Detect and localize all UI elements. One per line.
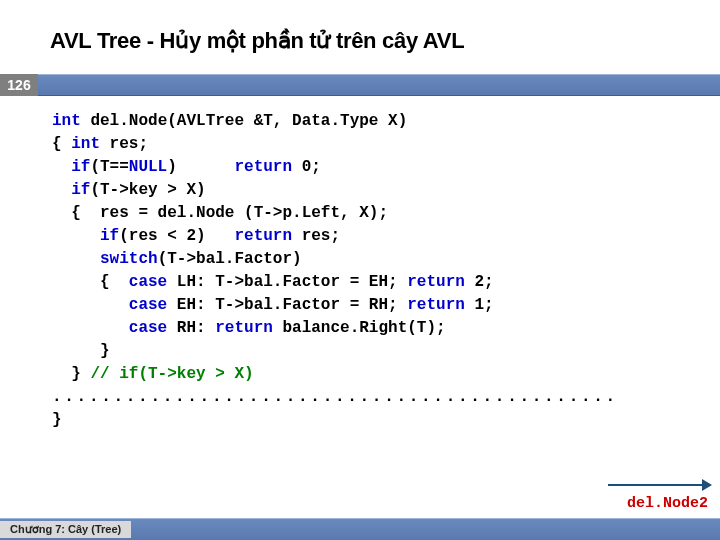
- code-text: EH: T->bal.Factor = RH;: [167, 296, 407, 314]
- code-text: res;: [100, 135, 148, 153]
- code-text: (T==: [90, 158, 128, 176]
- arrow-right-icon: [702, 479, 712, 491]
- code-text: ): [167, 158, 234, 176]
- kw-case: case: [129, 273, 167, 291]
- titlebar: 126: [0, 74, 720, 96]
- code-text: balance.Right(T);: [273, 319, 446, 337]
- code-text: [52, 181, 71, 199]
- code-text: (T->key > X): [90, 181, 205, 199]
- code-text: {: [52, 273, 129, 291]
- code-text: RH:: [167, 319, 215, 337]
- code-text: 2;: [465, 273, 494, 291]
- kw-int: int: [52, 112, 81, 130]
- code-text: [52, 227, 100, 245]
- kw-return: return: [407, 273, 465, 291]
- code-text: }: [52, 342, 110, 360]
- ellipsis-line: ........................................…: [0, 386, 720, 409]
- slide-title: AVL Tree - Hủy một phần tử trên cây AVL: [0, 0, 720, 54]
- comment: // if(T->key > X): [90, 365, 253, 383]
- code-text: {: [52, 135, 71, 153]
- kw-case: case: [129, 296, 167, 314]
- code-text: LH: T->bal.Factor = EH;: [167, 273, 407, 291]
- kw-return: return: [215, 319, 273, 337]
- arrow-line: [608, 484, 706, 486]
- code-text: 0;: [292, 158, 321, 176]
- kw-case: case: [129, 319, 167, 337]
- kw-null: NULL: [129, 158, 167, 176]
- code-text: res;: [292, 227, 340, 245]
- code-text: (res < 2): [119, 227, 234, 245]
- code-text: [52, 158, 71, 176]
- link-action[interactable]: del.Node2: [608, 478, 712, 510]
- code-text: }: [52, 365, 90, 383]
- footer-text: Chương 7: Cây (Tree): [0, 521, 131, 538]
- kw-switch: switch: [100, 250, 158, 268]
- code-text: del.Node(AVLTree &T, Data.Type X): [81, 112, 407, 130]
- kw-return: return: [234, 158, 292, 176]
- kw-int: int: [71, 135, 100, 153]
- kw-return: return: [234, 227, 292, 245]
- code-text: (T->bal.Factor): [158, 250, 302, 268]
- titlebar-fill: [38, 74, 720, 96]
- kw-if: if: [100, 227, 119, 245]
- closing-brace: }: [0, 409, 720, 432]
- kw-if: if: [71, 181, 90, 199]
- code-text: { res = del.Node (T->p.Left, X);: [52, 204, 388, 222]
- code-text: [52, 319, 129, 337]
- page-number: 126: [0, 74, 38, 96]
- code-block: int del.Node(AVLTree &T, Data.Type X) { …: [0, 96, 720, 386]
- footer-bar: Chương 7: Cây (Tree): [0, 518, 720, 540]
- kw-return: return: [407, 296, 465, 314]
- link-label: del.Node2: [627, 495, 708, 512]
- code-text: [52, 250, 100, 268]
- code-text: [52, 296, 129, 314]
- kw-if: if: [71, 158, 90, 176]
- code-text: 1;: [465, 296, 494, 314]
